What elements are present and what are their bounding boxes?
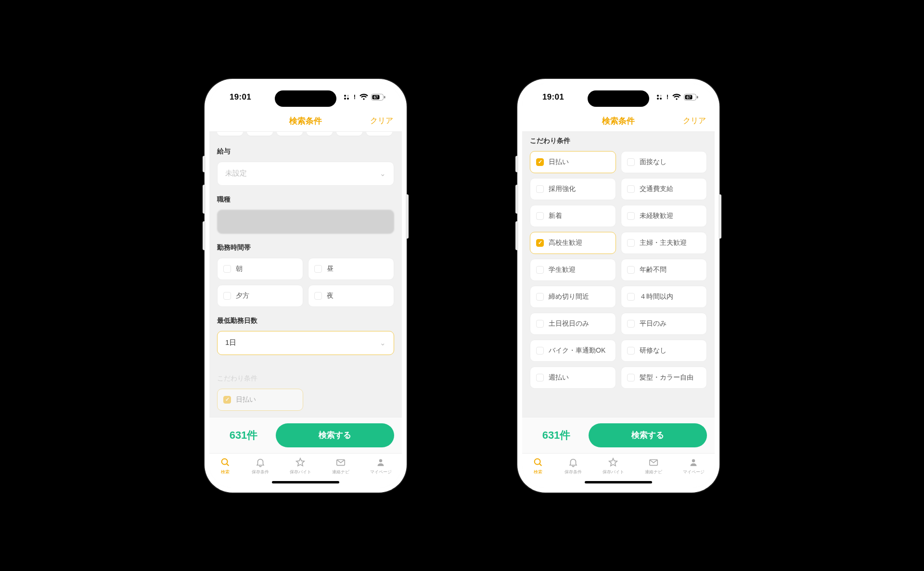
person-icon: [688, 457, 699, 468]
content-scroll[interactable]: 給与 未設定 ⌄ 職種 勤務時間帯 朝 昼 夕方 夜: [209, 132, 402, 417]
pref-chip[interactable]: 主婦・主夫歓迎: [621, 232, 707, 254]
wifi-icon: [672, 94, 681, 101]
checkbox-icon: [627, 239, 635, 247]
svg-rect-2: [384, 96, 385, 98]
pref-chip[interactable]: 年齢不問: [621, 259, 707, 281]
svg-text:67: 67: [374, 95, 379, 100]
phone-mock-right: 19:01 ! 67 検索条件 クリア: [517, 79, 719, 493]
checkbox-icon: [627, 158, 635, 166]
pref-chip[interactable]: 採用強化: [530, 178, 616, 200]
pref-chip[interactable]: 平日のみ: [621, 313, 707, 335]
chip-label: 未経験歓迎: [640, 212, 673, 220]
checkbox-icon: [314, 265, 322, 273]
hw-power: [719, 194, 721, 239]
chip-label: 昼: [327, 265, 334, 273]
checkbox-icon: [536, 266, 544, 274]
tab-bell[interactable]: 保存条件: [252, 457, 269, 475]
checkbox-icon: [536, 347, 544, 355]
mindays-select-value: 1日: [225, 338, 236, 347]
checkbox-icon: [627, 266, 635, 274]
tab-label: 保存バイト: [603, 469, 624, 475]
chip-label: 平日のみ: [640, 319, 667, 328]
mindays-select[interactable]: 1日 ⌄: [217, 331, 394, 355]
checkbox-icon: [627, 185, 635, 193]
tab-label: 連絡ナビ: [645, 469, 662, 475]
tab-star[interactable]: 保存バイト: [290, 457, 311, 475]
svg-point-15: [692, 459, 695, 462]
tab-person[interactable]: マイページ: [683, 457, 705, 475]
search-button[interactable]: 検索する: [276, 423, 394, 447]
checkbox-icon: [627, 374, 635, 381]
tab-mail[interactable]: 連絡ナビ: [332, 457, 349, 475]
pref-chip[interactable]: 日払い: [530, 151, 616, 173]
chip-label: 面接なし: [640, 158, 667, 166]
pref-chip[interactable]: 髪型・カラー自由: [621, 367, 707, 389]
prev-section-peek: [209, 132, 402, 140]
checkbox-icon: [536, 212, 544, 220]
mail-icon: [335, 457, 346, 468]
pref-chip[interactable]: 学生歓迎: [530, 259, 616, 281]
tab-mail[interactable]: 連絡ナビ: [645, 457, 662, 475]
dual-sim-icon: [344, 95, 349, 100]
search-button[interactable]: 検索する: [589, 423, 707, 447]
hw-power: [406, 194, 409, 239]
pref-chip[interactable]: 交通費支給: [621, 178, 707, 200]
content-scroll[interactable]: こだわり条件 日払い面接なし採用強化交通費支給新着未経験歓迎高校生歓迎主婦・主夫…: [522, 132, 715, 417]
page-title: 検索条件: [602, 115, 635, 127]
tab-person[interactable]: マイページ: [370, 457, 392, 475]
timeslot-chip-morning[interactable]: 朝: [217, 258, 303, 280]
pref-chip[interactable]: 面接なし: [621, 151, 707, 173]
chip-label: 夕方: [236, 292, 249, 300]
clear-button[interactable]: クリア: [683, 116, 706, 126]
pref-chip[interactable]: ４時間以内: [621, 286, 707, 308]
pref-chip[interactable]: 新着: [530, 205, 616, 227]
pref-chip[interactable]: 未経験歓迎: [621, 205, 707, 227]
pref-chip[interactable]: 土日祝日のみ: [530, 313, 616, 335]
tab-star[interactable]: 保存バイト: [603, 457, 624, 475]
search-button-label: 検索する: [631, 430, 664, 441]
status-time: 19:01: [230, 92, 251, 102]
tab-label: 保存バイト: [290, 469, 311, 475]
jobtype-select[interactable]: [217, 210, 394, 234]
tab-label: 連絡ナビ: [332, 469, 349, 475]
pref-chip[interactable]: 日払い: [217, 389, 303, 411]
salary-select[interactable]: 未設定 ⌄: [217, 162, 394, 186]
battery-icon: 67: [371, 94, 385, 101]
search-button-label: 検索する: [319, 430, 351, 441]
chip-label: 髪型・カラー自由: [640, 373, 693, 382]
tab-label: マイページ: [683, 469, 705, 475]
hw-mute-switch: [203, 156, 205, 172]
footer-action-bar: 631件 検索する: [209, 417, 402, 453]
svg-line-5: [227, 463, 229, 465]
phone-mock-left: 19:01 ! 67 検索条件 クリア: [205, 79, 407, 493]
result-count: 631件: [217, 428, 270, 443]
pref-chip[interactable]: バイク・車通勤OK: [530, 340, 616, 362]
timeslot-chip-noon[interactable]: 昼: [308, 258, 394, 280]
tab-search[interactable]: 検索: [219, 457, 231, 475]
page-title: 検索条件: [289, 115, 322, 127]
tab-search[interactable]: 検索: [532, 457, 544, 475]
salary-select-value: 未設定: [225, 169, 247, 178]
checkbox-checked-icon: [223, 396, 231, 404]
timeslot-chip-evening[interactable]: 夕方: [217, 285, 303, 307]
pref-chip[interactable]: 高校生歓迎: [530, 232, 616, 254]
tab-bell[interactable]: 保存条件: [565, 457, 582, 475]
clear-button[interactable]: クリア: [370, 116, 393, 126]
chevron-down-icon: ⌄: [380, 339, 386, 347]
timeslot-chip-night[interactable]: 夜: [308, 285, 394, 307]
home-indicator: [209, 477, 402, 488]
pref-chip[interactable]: 週払い: [530, 367, 616, 389]
person-icon: [375, 457, 386, 468]
preferences-label: こだわり条件: [217, 374, 394, 383]
title-bar: 検索条件 クリア: [522, 111, 715, 132]
signal-exclaim-icon: !: [354, 93, 356, 101]
pref-chip[interactable]: 研修なし: [621, 340, 707, 362]
home-indicator: [522, 477, 715, 488]
hw-volume-up: [203, 185, 205, 214]
checkbox-icon: [627, 320, 635, 328]
checkbox-icon: [627, 347, 635, 355]
salary-label: 給与: [217, 147, 394, 156]
pref-chip[interactable]: 締め切り間近: [530, 286, 616, 308]
tab-bar: 検索保存条件保存バイト連絡ナビマイページ: [522, 453, 715, 477]
tab-label: マイページ: [370, 469, 392, 475]
